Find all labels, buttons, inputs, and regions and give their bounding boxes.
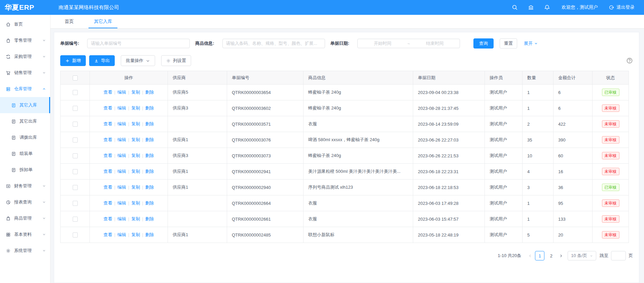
- cell-product-info: 蜂蜜柚子茶 240g: [303, 100, 413, 116]
- row-checkbox[interactable]: [73, 232, 78, 238]
- row-action-view[interactable]: 查看: [103, 105, 112, 111]
- row-actions: 查看|编辑|复制|删除: [90, 100, 168, 116]
- sidebar-item-basic-data[interactable]: 基本资料: [0, 226, 50, 243]
- row-checkbox[interactable]: [73, 122, 78, 127]
- doc-icon: [11, 103, 16, 108]
- cell-total-amount: 133: [553, 211, 593, 227]
- search-button[interactable]: 查询: [473, 38, 494, 49]
- page-button-2[interactable]: 2: [546, 251, 556, 260]
- row-action-delete[interactable]: 删除: [145, 121, 154, 126]
- row-action-edit[interactable]: 编辑: [117, 121, 126, 126]
- sidebar-item-goods[interactable]: 商品管理: [0, 210, 50, 226]
- column-settings-button[interactable]: 列设置: [161, 55, 191, 66]
- row-action-edit[interactable]: 编辑: [117, 232, 126, 237]
- add-button[interactable]: 新增: [60, 55, 86, 66]
- cell-supplier: 供应商3: [168, 148, 227, 164]
- platform-icon[interactable]: [528, 4, 534, 10]
- row-action-delete[interactable]: 删除: [145, 216, 154, 221]
- product-info-input[interactable]: 请输入条码、名称、规格、型号、颜色、扩展...: [222, 39, 325, 48]
- sidebar-item-report[interactable]: 报表查询: [0, 194, 50, 210]
- row-action-delete[interactable]: 删除: [145, 185, 154, 190]
- row-action-view[interactable]: 查看: [103, 137, 112, 142]
- row-action-view[interactable]: 查看: [103, 90, 112, 95]
- help-icon[interactable]: [626, 57, 633, 64]
- column-header: 操作员: [485, 71, 523, 85]
- export-button[interactable]: 导出: [89, 55, 115, 66]
- row-action-edit[interactable]: 编辑: [117, 169, 126, 174]
- page-size-select[interactable]: 10 条/页: [568, 251, 596, 260]
- row-action-view[interactable]: 查看: [103, 169, 112, 174]
- bill-no-input[interactable]: 请输入单据编号: [87, 39, 190, 48]
- reset-button[interactable]: 重置: [500, 38, 517, 49]
- row-checkbox[interactable]: [73, 185, 78, 190]
- row-action-copy[interactable]: 复制: [131, 200, 140, 206]
- row-checkbox[interactable]: [73, 153, 78, 158]
- row-action-view[interactable]: 查看: [103, 121, 112, 126]
- row-action-edit[interactable]: 编辑: [117, 185, 126, 190]
- row-action-edit[interactable]: 编辑: [117, 216, 126, 221]
- sidebar-item-transfer-outbound[interactable]: 调拨出库: [0, 129, 50, 146]
- row-action-copy[interactable]: 复制: [131, 121, 140, 126]
- row-checkbox[interactable]: [73, 90, 78, 95]
- row-checkbox[interactable]: [73, 201, 78, 206]
- tab-home[interactable]: 首页: [63, 15, 76, 28]
- sidebar-item-warehouse[interactable]: 仓库管理: [0, 81, 50, 97]
- sidebar-item-other-inbound[interactable]: 其它入库: [0, 97, 50, 113]
- row-action-edit[interactable]: 编辑: [117, 90, 126, 95]
- sidebar-item-assembly-order[interactable]: 组装单: [0, 146, 50, 162]
- jump-to-input[interactable]: [611, 251, 626, 260]
- batch-actions-button[interactable]: 批量操作: [121, 55, 155, 66]
- row-action-copy[interactable]: 复制: [131, 137, 140, 142]
- row-action-delete[interactable]: 删除: [145, 90, 154, 95]
- sidebar-item-home[interactable]: 首页: [0, 16, 50, 32]
- row-action-edit[interactable]: 编辑: [117, 200, 126, 206]
- search-icon[interactable]: [512, 4, 518, 10]
- row-action-copy[interactable]: 复制: [131, 216, 140, 221]
- row-action-view[interactable]: 查看: [103, 153, 112, 158]
- tab-other-inbound[interactable]: 其它入库: [92, 15, 114, 28]
- row-action-view[interactable]: 查看: [103, 200, 112, 206]
- row-action-view[interactable]: 查看: [103, 185, 112, 190]
- row-action-delete[interactable]: 删除: [145, 137, 154, 142]
- sidebar-item-retail[interactable]: 零售管理: [0, 32, 50, 49]
- row-actions: 查看|编辑|复制|删除: [90, 211, 168, 227]
- row-action-copy[interactable]: 复制: [131, 185, 140, 190]
- row-action-delete[interactable]: 删除: [145, 169, 154, 174]
- row-action-copy[interactable]: 复制: [131, 105, 140, 111]
- sidebar-item-sales[interactable]: 销售管理: [0, 65, 50, 81]
- table-row: 查看|编辑|复制|删除QTRK00000002661衣服2023-06-03 1…: [61, 211, 629, 227]
- row-action-copy[interactable]: 复制: [131, 232, 140, 237]
- sidebar-item-system[interactable]: 系统管理: [0, 243, 50, 259]
- main-content: 首页其它入库 单据编号: 请输入单据编号 商品信息: 请输入条码、名称、规格、型…: [50, 15, 644, 283]
- row-checkbox[interactable]: [73, 169, 78, 174]
- sidebar-item-purchase[interactable]: 采购管理: [0, 49, 50, 65]
- logout-button[interactable]: 退出登录: [609, 4, 635, 10]
- next-page-button[interactable]: [557, 251, 565, 260]
- row-action-delete[interactable]: 删除: [145, 153, 154, 158]
- row-action-copy[interactable]: 复制: [131, 169, 140, 174]
- sidebar-item-disassembly-order[interactable]: 拆卸单: [0, 162, 50, 178]
- sidebar-item-finance[interactable]: 财务管理: [0, 178, 50, 194]
- date-range-input[interactable]: 开始时间 ~ 结束时间: [357, 39, 460, 48]
- row-action-delete[interactable]: 删除: [145, 232, 154, 237]
- row-action-delete[interactable]: 删除: [145, 105, 154, 111]
- row-action-edit[interactable]: 编辑: [117, 153, 126, 158]
- page-button-1[interactable]: 1: [535, 251, 544, 260]
- bell-icon[interactable]: [544, 4, 550, 10]
- row-action-view[interactable]: 查看: [103, 216, 112, 221]
- app-logo[interactable]: 华夏ERP: [0, 3, 50, 12]
- row-checkbox[interactable]: [73, 106, 78, 111]
- row-checkbox[interactable]: [73, 217, 78, 222]
- row-action-copy[interactable]: 复制: [131, 90, 140, 95]
- sidebar-item-other-outbound[interactable]: 其它出库: [0, 113, 50, 129]
- row-action-view[interactable]: 查看: [103, 232, 112, 237]
- prev-page-button[interactable]: [526, 251, 534, 260]
- row-action-edit[interactable]: 编辑: [117, 105, 126, 111]
- row-action-copy[interactable]: 复制: [131, 153, 140, 158]
- row-action-delete[interactable]: 删除: [145, 200, 154, 206]
- row-action-edit[interactable]: 编辑: [117, 137, 126, 142]
- records-table: 操作供应商单据编号商品信息单据日期操作员数量金额合计状态 查看|编辑|复制|删除…: [60, 71, 629, 243]
- expand-toggle[interactable]: 展开: [524, 40, 538, 46]
- select-all-checkbox[interactable]: [73, 75, 78, 81]
- row-checkbox[interactable]: [73, 137, 78, 143]
